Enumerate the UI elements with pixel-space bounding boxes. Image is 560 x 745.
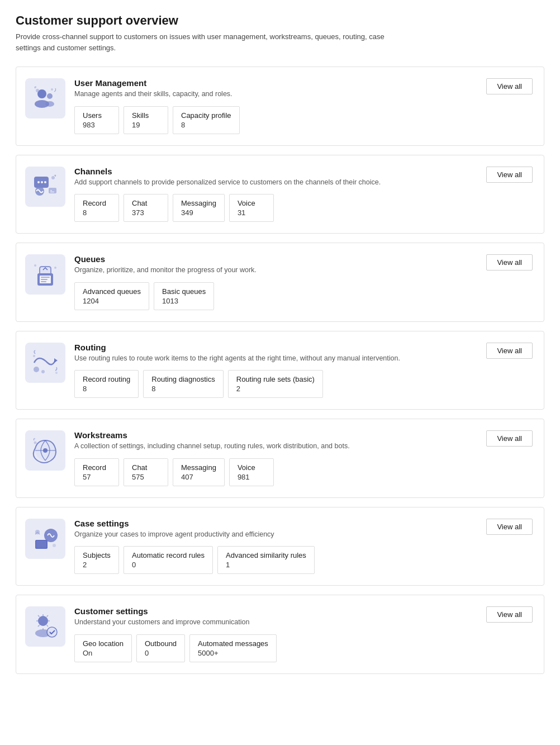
workstreams-view-all-button[interactable]: View all bbox=[486, 430, 533, 447]
workstreams-stat-0-value: 57 bbox=[83, 473, 111, 481]
svg-rect-16 bbox=[41, 279, 48, 280]
routing-stat-0-value: 8 bbox=[83, 385, 130, 393]
channels-stat-2-value: 349 bbox=[181, 208, 216, 217]
svg-point-4 bbox=[36, 89, 39, 92]
case-settings-stat-0-value: 2 bbox=[83, 561, 111, 569]
queues-stat-0-label: Advanced queues bbox=[83, 287, 141, 296]
case-settings-stat-1-value: 0 bbox=[132, 561, 205, 569]
user-management-title-block: User ManagementManage agents and their s… bbox=[74, 78, 232, 99]
section-card-routing: RoutingUse routing rules to route work i… bbox=[16, 331, 544, 410]
customer-settings-stats-row: Geo locationOnOutbound0Automated message… bbox=[74, 634, 533, 662]
case-settings-stat-1: Automatic record rules0 bbox=[124, 546, 213, 574]
routing-title-block: RoutingUse routing rules to route work i… bbox=[74, 343, 400, 364]
svg-point-2 bbox=[47, 93, 53, 99]
customer-settings-view-all-button[interactable]: View all bbox=[486, 606, 533, 623]
customer-settings-stat-0-value: On bbox=[83, 649, 124, 657]
workstreams-stat-2-value: 407 bbox=[181, 473, 216, 481]
channels-stat-1-label: Chat bbox=[132, 199, 160, 207]
page-title: Customer support overview bbox=[16, 13, 544, 28]
case-settings-stat-2-label: Advanced similarity rules bbox=[226, 551, 306, 559]
customer-settings-desc: Understand your customers and improve co… bbox=[74, 618, 249, 628]
routing-view-all-button[interactable]: View all bbox=[486, 343, 533, 359]
svg-point-35 bbox=[47, 627, 57, 637]
case-settings-stat-0-label: Subjects bbox=[83, 551, 111, 559]
svg-point-22 bbox=[41, 370, 45, 373]
case-settings-content: Case settingsOrganize your cases to impr… bbox=[74, 519, 533, 575]
channels-content: ChannelsAdd support channels to provide … bbox=[74, 167, 533, 222]
channels-stat-1-value: 373 bbox=[132, 208, 160, 217]
channels-stat-3: Voice31 bbox=[229, 194, 274, 222]
case-settings-title-block: Case settingsOrganize your cases to impr… bbox=[74, 519, 274, 540]
svg-rect-17 bbox=[41, 281, 46, 282]
customer-settings-icon bbox=[25, 606, 65, 647]
workstreams-stat-3: Voice981 bbox=[229, 458, 274, 486]
channels-desc: Add support channels to provide personal… bbox=[74, 178, 381, 188]
svg-point-5 bbox=[51, 88, 53, 91]
queues-header: QueuesOrganize, prioritize, and monitor … bbox=[74, 254, 533, 276]
user-management-stat-1: Skills19 bbox=[124, 106, 168, 134]
case-settings-stat-1-label: Automatic record rules bbox=[132, 551, 205, 559]
user-management-stat-2-label: Capacity profile bbox=[181, 111, 231, 120]
section-card-workstreams: WorkstreamsA collection of settings, inc… bbox=[16, 419, 544, 498]
user-management-stat-0: Users983 bbox=[74, 106, 119, 134]
svg-point-9 bbox=[44, 181, 46, 183]
queues-desc: Organize, prioritize, and monitor the pr… bbox=[74, 265, 257, 276]
customer-settings-stat-1-label: Outbound bbox=[145, 639, 177, 648]
case-settings-desc: Organize your cases to improve agent pro… bbox=[74, 530, 274, 540]
routing-desc: Use routing rules to route work items to… bbox=[74, 354, 400, 364]
svg-point-19 bbox=[54, 267, 56, 269]
workstreams-stat-0: Record57 bbox=[74, 458, 119, 486]
sections-container: User ManagementManage agents and their s… bbox=[16, 67, 544, 674]
user-management-icon bbox=[25, 78, 65, 118]
channels-stat-3-value: 31 bbox=[238, 208, 265, 217]
routing-header: RoutingUse routing rules to route work i… bbox=[74, 343, 533, 364]
workstreams-stat-1-value: 575 bbox=[132, 473, 160, 481]
channels-title-block: ChannelsAdd support channels to provide … bbox=[74, 167, 381, 188]
channels-stats-row: Record8Chat373Messaging349Voice31 bbox=[74, 194, 533, 222]
user-management-view-all-button[interactable]: View all bbox=[486, 78, 533, 94]
queues-stat-0: Advanced queues1204 bbox=[74, 282, 149, 310]
case-settings-header: Case settingsOrganize your cases to impr… bbox=[74, 519, 533, 540]
svg-rect-29 bbox=[36, 541, 46, 548]
case-settings-view-all-button[interactable]: View all bbox=[486, 519, 533, 535]
svg-point-21 bbox=[34, 367, 39, 372]
routing-stat-2-label: Routing rule sets (basic) bbox=[236, 375, 315, 383]
workstreams-title-block: WorkstreamsA collection of settings, inc… bbox=[74, 430, 350, 452]
section-card-customer-settings: Customer settingsUnderstand your custome… bbox=[16, 595, 544, 674]
routing-stat-0-label: Record routing bbox=[83, 375, 130, 383]
user-management-stat-1-value: 19 bbox=[132, 121, 160, 129]
queues-stats-row: Advanced queues1204Basic queues1013 bbox=[74, 282, 533, 310]
customer-settings-header: Customer settingsUnderstand your custome… bbox=[74, 606, 533, 628]
customer-settings-stat-2: Automated messages5000+ bbox=[189, 634, 277, 662]
queues-content: QueuesOrganize, prioritize, and monitor … bbox=[74, 254, 533, 310]
svg-point-7 bbox=[37, 181, 40, 183]
customer-settings-stat-1: Outbound0 bbox=[136, 634, 185, 662]
routing-title: Routing bbox=[74, 343, 400, 352]
case-settings-stat-2-value: 1 bbox=[226, 561, 306, 569]
customer-settings-title-block: Customer settingsUnderstand your custome… bbox=[74, 606, 249, 628]
svg-point-27 bbox=[34, 442, 37, 444]
case-settings-icon bbox=[25, 519, 65, 559]
channels-stat-0-value: 8 bbox=[83, 208, 111, 217]
channels-stat-2: Messaging349 bbox=[173, 194, 225, 222]
workstreams-stat-1-label: Chat bbox=[132, 463, 160, 472]
channels-header: ChannelsAdd support channels to provide … bbox=[74, 167, 533, 188]
channels-icon bbox=[25, 167, 65, 207]
svg-rect-11 bbox=[49, 188, 56, 193]
section-card-user-management: User ManagementManage agents and their s… bbox=[16, 67, 544, 146]
routing-stat-2-value: 2 bbox=[236, 385, 315, 393]
customer-settings-content: Customer settingsUnderstand your custome… bbox=[74, 606, 533, 662]
svg-point-18 bbox=[34, 264, 36, 267]
queues-view-all-button[interactable]: View all bbox=[486, 254, 533, 271]
workstreams-desc: A collection of settings, including chan… bbox=[74, 442, 350, 452]
workstreams-stat-1: Chat575 bbox=[124, 458, 168, 486]
page-container: Customer support overview Provide cross-… bbox=[0, 0, 560, 745]
svg-point-32 bbox=[53, 544, 56, 547]
routing-stat-1-value: 8 bbox=[151, 385, 215, 393]
routing-stat-2: Routing rule sets (basic)2 bbox=[228, 370, 323, 398]
channels-view-all-button[interactable]: View all bbox=[486, 167, 533, 183]
workstreams-stat-3-label: Voice bbox=[238, 463, 265, 472]
workstreams-stat-2-label: Messaging bbox=[181, 463, 216, 472]
case-settings-stat-2: Advanced similarity rules1 bbox=[217, 546, 315, 574]
customer-settings-stat-0: Geo locationOn bbox=[74, 634, 132, 662]
